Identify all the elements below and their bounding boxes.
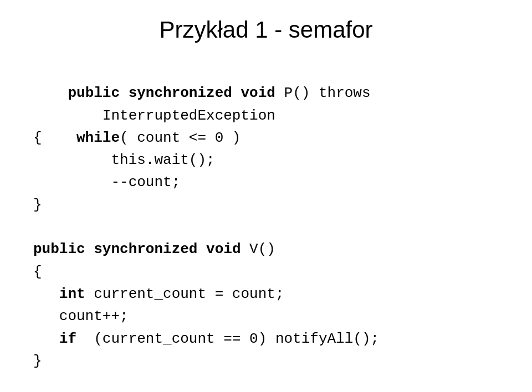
keyword-synchronized-1: synchronized: [129, 85, 232, 101]
code-line-10: int current_count = count;: [33, 286, 284, 302]
page-container: Przykład 1 - semafor public synchronized…: [0, 0, 532, 392]
code-line-4: this.wait();: [33, 152, 215, 168]
code-block: public synchronized void P() throws Inte…: [33, 60, 379, 392]
code-line-2: InterruptedException: [33, 107, 275, 124]
keyword-int: int: [59, 286, 85, 302]
code-line-1: public synchronized void P() throws: [68, 85, 370, 101]
keyword-while: while: [76, 130, 120, 146]
keyword-public-1: public: [68, 85, 120, 101]
keyword-synchronized-2: synchronized: [94, 241, 197, 257]
keyword-void-1: void: [241, 85, 275, 101]
keyword-public-2: public: [33, 241, 85, 257]
code-line-12: if (current_count == 0) notifyAll();: [33, 331, 379, 347]
keyword-if: if: [59, 331, 76, 347]
code-line-3: { while( count <= 0 ): [33, 130, 241, 146]
code-line-8: public synchronized void V(): [33, 241, 275, 257]
code-line-6: }: [33, 197, 42, 213]
code-line-7: [33, 219, 42, 235]
code-line-13: }: [33, 353, 42, 369]
code-line-9: {: [33, 264, 42, 280]
page-title: Przykład 1 - semafor: [22, 11, 510, 43]
keyword-void-2: void: [206, 241, 241, 257]
code-line-5: --count;: [33, 174, 180, 190]
code-line-11: count++;: [33, 308, 129, 324]
